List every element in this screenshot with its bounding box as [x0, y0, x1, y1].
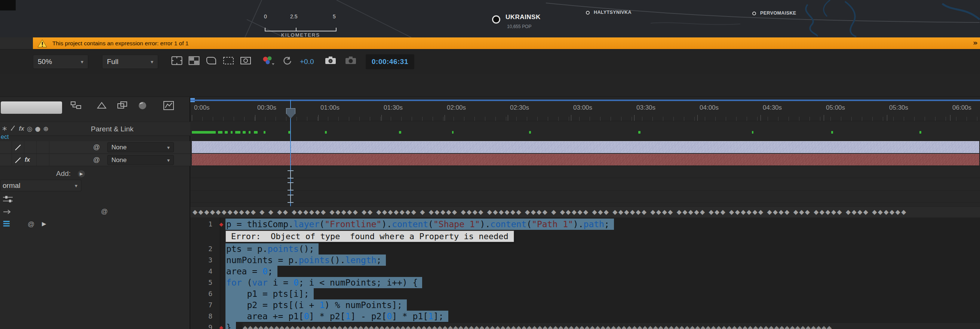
render-segment: [192, 131, 216, 134]
code-line-2[interactable]: pts = p.points();: [226, 243, 980, 254]
panel-gap: [0, 74, 980, 97]
title-action-safe-button[interactable]: [171, 56, 183, 66]
add-property-button[interactable]: ▶: [78, 170, 85, 177]
channel-rgb-button[interactable]: [262, 55, 275, 67]
parent-link-header[interactable]: Parent & Link: [91, 125, 134, 133]
ruler-tick: [571, 115, 571, 121]
mask-visibility-button[interactable]: [206, 56, 217, 66]
comp-name-field[interactable]: [1, 101, 62, 114]
code-line-4[interactable]: area = 0;: [226, 266, 980, 277]
show-snapshot-button[interactable]: [345, 55, 357, 66]
line-number: 5: [190, 277, 220, 288]
frame-blend-button[interactable]: [117, 101, 128, 111]
reset-exposure-button[interactable]: [282, 56, 293, 67]
expression-error-banner[interactable]: This project contains an expression erro…: [33, 37, 980, 49]
ruler-label: 03:30s: [636, 104, 655, 112]
magnification-value: 50%: [38, 57, 52, 66]
layer-row-2[interactable]: fx @ None ▾: [0, 154, 190, 166]
pixel-aspect-icon: [240, 56, 251, 65]
keyframe-band[interactable]: ◆◆◆◆◆◆◆◆◆◆◆ ◆ ◆ ◆◆ ◆◆◆◆◆◆ ◆◆◆◆◆ ◆◆ ◆◆◆◆◆…: [190, 206, 980, 217]
parent-dropdown[interactable]: None ▾: [107, 142, 174, 152]
mini-flowchart-button[interactable]: [70, 101, 81, 111]
line-number: 2: [190, 243, 220, 254]
ruler-tick: [887, 115, 887, 121]
current-time-display[interactable]: 0:00:46:31: [366, 54, 414, 69]
code-line-8[interactable]: area += p1[0] * p2[1] - p2[0] * p1[1];: [226, 311, 980, 322]
ruler-label: 05:00s: [826, 104, 845, 112]
resolution-dropdown[interactable]: Full ▾: [102, 55, 158, 69]
error-marker-icon: ◆: [219, 222, 223, 227]
layer-duration-bar-1[interactable]: [192, 141, 979, 153]
scalebar-unit: KILOMETERS: [261, 32, 340, 37]
expression-pickwhip-icon[interactable]: @: [28, 220, 34, 228]
render-progress-bar: [190, 131, 980, 134]
ruler-tick: [950, 115, 950, 121]
code-line-3[interactable]: numPoints = p.points().length;: [226, 254, 980, 266]
parent-pickwhip-icon[interactable]: @: [93, 143, 100, 151]
motion-blur-icon: [138, 101, 147, 110]
city-marker-icon: [586, 11, 590, 14]
time-ruler[interactable]: 0:00s00:30s01:00s01:30s02:00s02:30s03:00…: [190, 99, 980, 121]
banner-overflow-icon[interactable]: »: [973, 38, 978, 47]
blend-mode-dropdown[interactable]: ormal ▾: [0, 180, 81, 191]
transfer-mode-icon[interactable]: ⊕: [43, 125, 48, 133]
region-of-interest-icon: [223, 56, 234, 65]
pen-icon[interactable]: [10, 124, 16, 133]
timeline-left-panel: * fx ◎ ● ⊕ Parent & Link ect @ None ▾: [0, 97, 190, 329]
expression-code[interactable]: p = thisComp.layer("Frontline").content(…: [220, 217, 980, 329]
region-of-interest-button[interactable]: [223, 56, 234, 66]
expression-editor[interactable]: 1◆23456789◆ p = thisComp.layer("Frontlin…: [190, 217, 980, 329]
truncated-label: ect: [1, 134, 9, 141]
code-line-6[interactable]: p1 = pts[i];: [226, 288, 980, 299]
draft-3d-button[interactable]: [97, 101, 107, 111]
parent-dropdown[interactable]: None ▾: [107, 155, 174, 165]
code-line-7[interactable]: p2 = pts[(i + 1) % numPoints];: [226, 299, 980, 311]
code-line-5[interactable]: for (var i = 0; i < numPoints; i++) {: [226, 277, 980, 288]
layer-duration-bar-2[interactable]: [192, 154, 979, 165]
render-segment: [399, 131, 401, 134]
parent-value: None: [111, 144, 127, 151]
map-scalebar: 0 2.5 5 KILOMETERS: [259, 13, 345, 37]
warning-icon: [37, 39, 47, 48]
chevron-down-icon: ▾: [151, 59, 153, 65]
pixel-aspect-button[interactable]: [240, 56, 251, 66]
render-segment: [231, 131, 232, 134]
motion-blur-button[interactable]: [138, 101, 147, 112]
shift-arrow-icon[interactable]: [2, 208, 12, 217]
render-segment: [254, 131, 258, 134]
expression-language-menu-icon[interactable]: ≡: [2, 218, 11, 228]
keyframe-band-bottom[interactable]: ◆◆◆◆◆◆◆◆◆◆◆◆◆◆◆◆◆◆◆◆◆◆◆◆◆◆◆◆◆◆◆◆◆◆◆◆◆◆◆◆…: [243, 323, 980, 329]
quality-icon[interactable]: ◎: [27, 125, 33, 133]
exposure-value[interactable]: +0.0: [300, 57, 314, 66]
fx-badge[interactable]: fx: [25, 157, 30, 163]
ruler-tick: [381, 115, 382, 121]
line-number: 3: [190, 254, 220, 266]
expression-enable-icon[interactable]: ▶: [42, 220, 46, 227]
keyframe-diamonds: ◆◆◆◆◆◆◆◆◆◆◆◆◆◆◆◆◆◆◆◆◆◆◆◆◆◆◆◆◆◆◆◆◆◆◆◆◆◆◆◆…: [243, 324, 980, 329]
channel-rgb-icon: [262, 55, 275, 66]
composition-viewer[interactable]: 0 2.5 5 KILOMETERS UKRAINSK 10,655 POP H…: [0, 0, 980, 37]
render-segment: [235, 131, 240, 134]
transparency-grid-button[interactable]: [188, 56, 200, 66]
motion-blur-column-icon[interactable]: ●: [35, 125, 41, 133]
parent-pickwhip-icon[interactable]: @: [93, 156, 100, 164]
render-segment: [225, 131, 228, 134]
chevron-down-icon: ▾: [81, 59, 83, 65]
expression-pickwhip-icon[interactable]: @: [101, 208, 108, 216]
render-segment: [752, 131, 753, 134]
mask-visibility-icon: [206, 56, 217, 65]
graph-editor-icon: [163, 101, 174, 110]
label-color-icon[interactable]: [13, 156, 22, 166]
magnification-dropdown[interactable]: 50% ▾: [33, 55, 88, 69]
snapshot-camera-button[interactable]: [325, 55, 337, 66]
layer-row-1[interactable]: @ None ▾: [0, 141, 190, 154]
timeline-columns-header: * fx ◎ ● ⊕ Parent & Link: [0, 121, 190, 136]
render-segment: [638, 131, 641, 134]
label-color-icon[interactable]: [13, 143, 22, 153]
fx-icon[interactable]: fx: [19, 125, 24, 132]
code-line-1[interactable]: p = thisComp.layer("Frontline").content(…: [226, 219, 980, 230]
ruler-label: 01:30s: [383, 104, 403, 112]
graph-editor-button[interactable]: [163, 101, 174, 112]
transparency-grid-icon: [188, 56, 200, 65]
transfer-controls-icon[interactable]: [2, 195, 13, 205]
